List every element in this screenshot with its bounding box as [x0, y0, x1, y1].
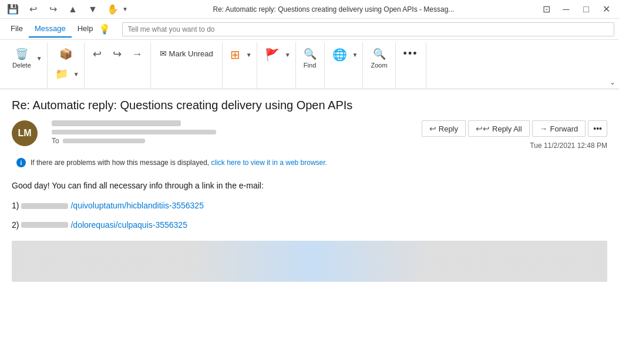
- link-path-1[interactable]: /quivoluptatum/hicblanditiis-3556325: [70, 199, 203, 212]
- link-number-2: 2): [12, 218, 19, 231]
- email-content-area: Re: Automatic reply: Questions creating …: [0, 89, 619, 364]
- forward-btn[interactable]: → Forward: [532, 120, 586, 137]
- undo-redo-group: ↩ ↪ →: [85, 42, 151, 89]
- reply-all-icon: ↩↩: [476, 124, 490, 133]
- delete-label: Delete: [12, 62, 31, 69]
- restore-btn[interactable]: □: [578, 1, 594, 18]
- more-group: •••: [396, 42, 426, 89]
- warning-bar: i If there are problems with how this me…: [12, 154, 607, 171]
- more-icon: •••: [403, 48, 418, 60]
- reply-label: Reply: [439, 124, 458, 133]
- tags-group: ⊞ ▼: [223, 42, 257, 89]
- sender-name-redacted: [52, 120, 181, 126]
- reply-icon: ↩: [429, 124, 436, 133]
- undo-icon-btn[interactable]: ↩: [25, 1, 41, 18]
- down-icon-btn[interactable]: ▼: [85, 1, 101, 18]
- menu-help[interactable]: Help: [72, 21, 99, 38]
- email-header-right: ↩ Reply ↩↩ Reply All → Forward •••: [422, 120, 607, 150]
- delete-group: 🗑️ Delete ▼: [5, 42, 48, 89]
- warning-text: If there are problems with how this mess…: [31, 159, 327, 167]
- translate-btn[interactable]: 🌐: [328, 45, 351, 65]
- delete-icon: 🗑️: [15, 48, 28, 60]
- forward-ribbon-btn[interactable]: →: [128, 45, 147, 63]
- sender-detail-redacted: [52, 130, 216, 134]
- forward-label: Forward: [550, 124, 578, 133]
- email-timestamp: Tue 11/2/2021 12:48 PM: [530, 141, 607, 150]
- email-body-container: Re: Automatic reply: Questions creating …: [0, 89, 619, 364]
- delete-arrow[interactable]: ▼: [35, 54, 43, 63]
- avatar: LM: [12, 120, 38, 146]
- find-group: 🔍 Find: [296, 42, 325, 89]
- save-btn[interactable]: 💾: [5, 1, 21, 18]
- footer-image-redacted: [12, 241, 607, 282]
- touch-arrow[interactable]: ▼: [121, 5, 129, 14]
- menu-file[interactable]: File: [5, 21, 29, 38]
- translate-arrow[interactable]: ▼: [351, 50, 359, 59]
- translate-group: 🌐 ▼: [325, 42, 364, 89]
- close-btn[interactable]: ✕: [598, 1, 614, 18]
- email-header-top: LM To ↩ Reply ↩↩: [12, 120, 607, 150]
- redo-icon-btn[interactable]: ↪: [45, 1, 61, 18]
- archive-icon: 📦: [59, 48, 72, 60]
- email-subject: Re: Automatic reply: Questions creating …: [12, 99, 607, 112]
- window-title: Re: Automatic reply: Questions creating …: [133, 5, 534, 14]
- link-number-1: 1): [12, 199, 19, 212]
- move-arrow[interactable]: ▼: [72, 70, 80, 79]
- redo-icon: ↪: [113, 48, 122, 60]
- undo-icon: ↩: [93, 48, 102, 60]
- mark-unread-label: Mark Unread: [169, 49, 213, 58]
- move-icon: 📁: [55, 68, 68, 80]
- link-item-1: 1) /quivoluptatum/hicblanditiis-3556325: [12, 199, 607, 212]
- redo-btn[interactable]: ↪: [108, 45, 127, 63]
- to-label: To: [52, 137, 59, 145]
- reply-all-btn[interactable]: ↩↩ Reply All: [468, 120, 530, 137]
- email-meta: To: [52, 120, 216, 145]
- to-address-redacted: [63, 139, 145, 143]
- forward-icon: →: [132, 48, 143, 60]
- forward-action-icon: →: [540, 124, 548, 133]
- more-actions-icon: •••: [593, 124, 602, 133]
- archive-move-group: 📦 📁 ▼: [48, 42, 85, 89]
- action-buttons-row: ↩ Reply ↩↩ Reply All → Forward •••: [422, 120, 607, 137]
- ribbon-expand-btn[interactable]: ⌄: [610, 78, 615, 86]
- undo-btn[interactable]: ↩: [88, 45, 107, 63]
- view-in-browser-link[interactable]: click here to view it in a web browser.: [211, 159, 327, 167]
- zoom-icon: 🔍: [373, 48, 386, 60]
- reply-btn[interactable]: ↩ Reply: [422, 120, 466, 137]
- flag-arrow[interactable]: ▼: [284, 50, 292, 59]
- info-icon: i: [16, 158, 26, 167]
- more-options-btn[interactable]: •••: [399, 45, 422, 63]
- find-label: Find: [304, 62, 316, 69]
- more-actions-btn[interactable]: •••: [588, 120, 607, 137]
- flag-btn[interactable]: 🚩: [261, 45, 284, 65]
- link-item-2: 2) /dolorequasi/culpaquis-3556325: [12, 218, 607, 231]
- zoom-label: Zoom: [371, 62, 387, 69]
- mark-unread-group: ✉ Mark Unread: [151, 42, 223, 89]
- minimize-btn[interactable]: ─: [558, 1, 574, 18]
- delete-btn[interactable]: 🗑️ Delete: [8, 45, 35, 72]
- sender-area: LM To: [12, 120, 216, 146]
- mark-unread-icon: ✉: [160, 49, 167, 58]
- archive-btn[interactable]: 📦: [55, 45, 76, 63]
- tags-btn[interactable]: ⊞: [226, 45, 245, 65]
- zoom-btn[interactable]: 🔍 Zoom: [366, 45, 391, 72]
- title-bar: 💾 ↩ ↪ ▲ ▼ ✋ ▼ Re: Automatic reply: Quest…: [0, 0, 619, 19]
- find-btn[interactable]: 🔍 Find: [300, 45, 321, 72]
- flag-icon: 🚩: [265, 48, 280, 62]
- up-icon-btn[interactable]: ▲: [65, 1, 81, 18]
- to-line: To: [52, 137, 216, 145]
- email-body: Good day! You can find all necessary inf…: [12, 179, 607, 282]
- touch-icon-btn[interactable]: ✋: [105, 1, 121, 18]
- link-path-2[interactable]: /dolorequasi/culpaquis-3556325: [70, 218, 187, 231]
- find-icon: 🔍: [304, 48, 317, 60]
- maximize-restore-btn[interactable]: ⊡: [538, 1, 554, 18]
- tags-arrow[interactable]: ▼: [245, 50, 253, 59]
- tell-me-input[interactable]: [122, 22, 614, 36]
- menu-message[interactable]: Message: [29, 21, 72, 38]
- tags-icon: ⊞: [230, 48, 240, 62]
- menu-bar: File Message Help 💡: [0, 19, 619, 40]
- mark-unread-btn[interactable]: ✉ Mark Unread: [154, 45, 218, 62]
- link-domain-2-redacted: [21, 222, 68, 228]
- move-btn[interactable]: 📁: [51, 65, 72, 83]
- ribbon: 🗑️ Delete ▼ 📦 📁 ▼ ↩ ↪ →: [0, 40, 619, 89]
